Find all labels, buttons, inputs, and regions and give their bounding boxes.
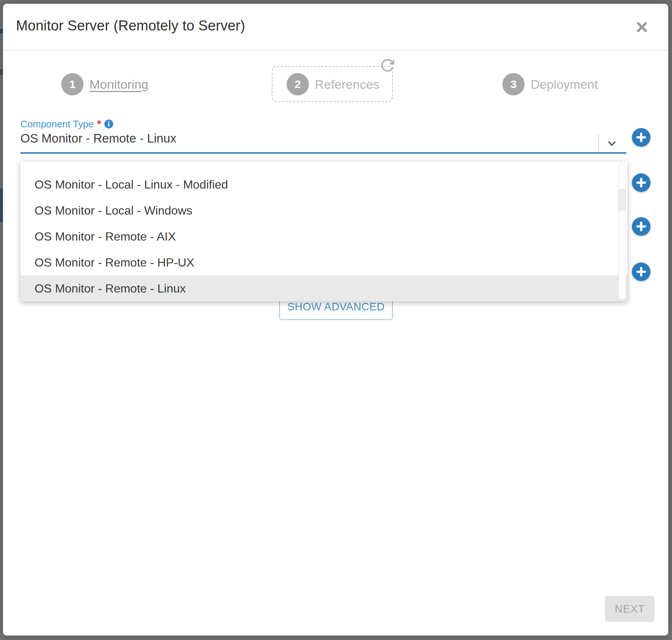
step-number-badge: 2 <box>287 73 309 95</box>
component-type-dropdown: OS Monitor - Local - Linux - Modified OS… <box>20 161 627 301</box>
background-page-fragment <box>0 69 3 75</box>
chevron-down-icon <box>606 138 618 148</box>
refresh-button[interactable] <box>380 58 395 73</box>
next-button[interactable]: NEXT <box>605 596 655 622</box>
add-button[interactable] <box>632 262 650 281</box>
info-icon[interactable] <box>104 119 114 129</box>
dropdown-option[interactable]: OS Monitor - Remote - AIX <box>20 223 627 249</box>
step-label: Deployment <box>531 77 598 92</box>
step-label: Monitoring <box>89 77 149 92</box>
dropdown-option[interactable]: OS Monitor - Local - Windows <box>20 197 627 223</box>
step-references-box: 2 References <box>272 66 393 102</box>
background-page-fragment <box>0 189 3 222</box>
component-type-input[interactable]: OS Monitor - Remote - Linux <box>20 131 577 146</box>
monitor-server-dialog: Monitor Server (Remotely to Server) 1 Mo… <box>3 4 668 636</box>
step-label: References <box>315 77 379 92</box>
component-type-label: Component Type <box>20 118 94 130</box>
step-deployment[interactable]: 3 Deployment <box>502 73 598 95</box>
close-button[interactable] <box>633 19 650 36</box>
dropdown-scrollbar-track[interactable] <box>618 163 626 300</box>
plus-icon <box>635 266 647 278</box>
add-component-type-button[interactable] <box>632 128 650 147</box>
component-type-label-row: Component Type* <box>20 118 114 130</box>
add-button[interactable] <box>632 217 650 236</box>
dropdown-toggle[interactable] <box>604 137 619 150</box>
dropdown-option[interactable]: OS Monitor - Local - Linux - Modified <box>20 172 627 197</box>
step-number-badge: 1 <box>61 73 84 95</box>
step-monitoring[interactable]: 1 Monitoring <box>61 73 149 95</box>
header-divider <box>3 50 668 50</box>
dialog-title: Monitor Server (Remotely to Server) <box>16 18 245 34</box>
plus-icon <box>635 221 647 232</box>
dropdown-scrollbar-thumb[interactable] <box>618 189 626 210</box>
close-icon <box>635 20 649 34</box>
add-button[interactable] <box>632 173 650 192</box>
dropdown-option-selected[interactable]: OS Monitor - Remote - Linux <box>20 275 627 301</box>
required-marker: * <box>97 118 101 130</box>
background-page-fragment <box>0 29 3 33</box>
dropdown-option[interactable]: OS Monitor - Remote - HP-UX <box>20 249 627 275</box>
input-separator <box>598 134 599 150</box>
plus-icon <box>635 131 647 143</box>
plus-icon <box>635 177 647 189</box>
refresh-icon <box>380 58 395 73</box>
step-number-badge: 3 <box>502 73 525 95</box>
input-focus-underline <box>20 152 626 154</box>
step-references[interactable]: 2 References <box>287 73 379 95</box>
